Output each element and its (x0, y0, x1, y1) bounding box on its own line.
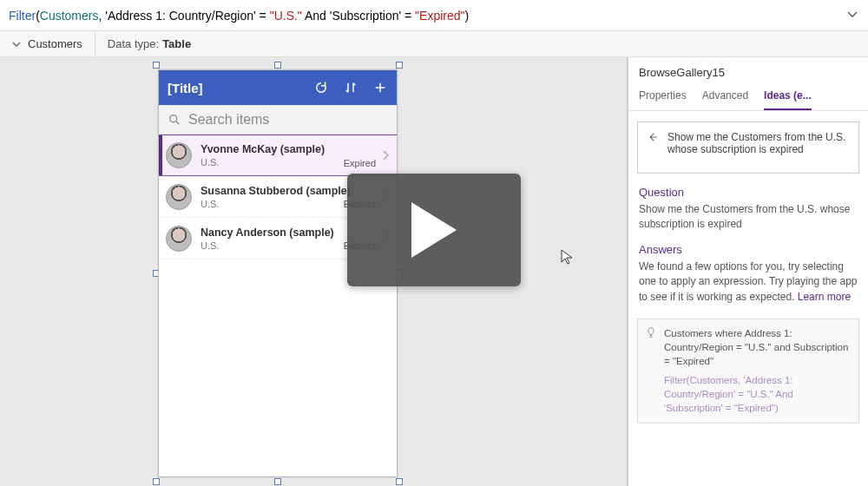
list-item[interactable]: Yvonne McKay (sample) U.S. Expired (159, 135, 397, 176)
avatar (166, 142, 192, 168)
formula-expand-icon[interactable] (845, 7, 859, 21)
cursor-icon (560, 248, 574, 266)
idea-prompt-text: Show me the Customers from the U.S. whos… (667, 131, 848, 155)
question-heading: Question (639, 186, 858, 199)
item-status: Expired (344, 158, 376, 168)
datatype-value: Table (162, 37, 191, 50)
learn-more-link[interactable]: Learn more (798, 291, 851, 303)
tab-advanced[interactable]: Advanced (702, 84, 748, 110)
tab-properties[interactable]: Properties (639, 84, 687, 110)
sort-icon[interactable] (343, 80, 358, 95)
entity-name: Customers (28, 37, 82, 50)
lightbulb-icon (645, 326, 657, 338)
formula-bar[interactable]: Filter(Customers, 'Address 1: Country/Re… (0, 0, 868, 31)
search-icon (168, 113, 181, 127)
question-body: Show me the Customers from the U.S. whos… (639, 202, 858, 233)
answers-section: Answers We found a few options for you, … (628, 240, 868, 312)
idea-input-box[interactable]: Show me the Customers from the U.S. whos… (637, 122, 859, 174)
formula-info-bar: Customers Data type: Table (0, 31, 868, 57)
selection-indicator (159, 135, 162, 175)
selected-control-name: BrowseGallery15 (628, 62, 868, 84)
refresh-icon[interactable] (313, 80, 329, 95)
screen-title: [Title] (168, 81, 203, 95)
play-button[interactable] (347, 174, 521, 286)
answer-option[interactable]: Customers where Address 1: Country/Regio… (637, 319, 859, 424)
search-placeholder: Search items (188, 112, 269, 128)
answer-formula: Filter(Customers, 'Address 1: Country/Re… (664, 373, 850, 415)
tab-ideas[interactable]: Ideas (e... (764, 84, 812, 110)
formula-result-name[interactable]: Customers (0, 31, 95, 56)
avatar (166, 226, 192, 252)
properties-panel: BrowseGallery15 Properties Advanced Idea… (627, 57, 868, 486)
svg-point-0 (170, 115, 177, 122)
answer-description: Customers where Address 1: Country/Regio… (664, 326, 850, 368)
question-section: Question Show me the Customers from the … (628, 182, 868, 240)
resize-handle[interactable] (274, 478, 281, 485)
add-icon[interactable] (372, 80, 388, 95)
panel-tabs: Properties Advanced Ideas (e... (628, 84, 868, 111)
play-icon (411, 202, 457, 258)
back-arrow-icon[interactable] (647, 131, 659, 143)
app-header: [Title] (159, 70, 397, 105)
resize-handle[interactable] (153, 478, 160, 485)
formula-text: Filter(Customers, 'Address 1: Country/Re… (9, 9, 469, 23)
resize-handle[interactable] (396, 62, 403, 69)
datatype-label: Data type: (108, 37, 159, 50)
chevron-down-icon (12, 40, 21, 49)
datatype-segment: Data type: Table (95, 31, 203, 56)
answers-heading: Answers (639, 243, 858, 256)
item-name: Yvonne McKay (sample) (201, 143, 390, 155)
search-row[interactable]: Search items (159, 105, 397, 135)
answers-body: We found a few options for you, try sele… (639, 259, 858, 305)
resize-handle[interactable] (274, 62, 281, 69)
resize-handle[interactable] (396, 478, 403, 485)
resize-handle[interactable] (153, 62, 160, 69)
avatar (166, 184, 192, 210)
chevron-right-icon (381, 149, 390, 161)
